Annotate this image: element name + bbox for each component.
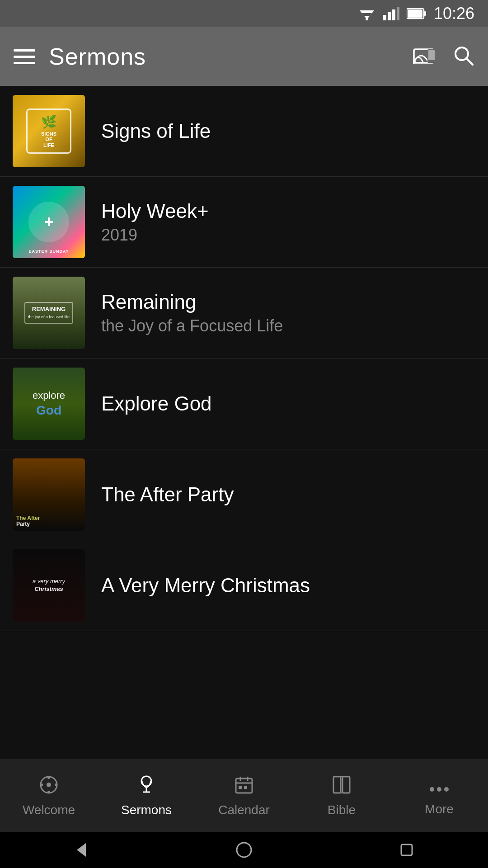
svg-point-19 — [47, 776, 50, 779]
sermon-title: Explore God — [101, 392, 475, 416]
svg-rect-6 — [392, 9, 395, 20]
svg-rect-7 — [397, 7, 399, 20]
sermon-thumbnail: + EASTER SUNDAY — [13, 186, 85, 258]
wifi-icon — [358, 7, 376, 20]
svg-point-18 — [47, 783, 51, 787]
status-bar: 10:26 — [0, 0, 488, 27]
calendar-icon — [234, 775, 254, 799]
recents-button[interactable] — [398, 841, 416, 859]
back-button[interactable] — [72, 841, 90, 859]
cast-button[interactable] — [413, 46, 436, 67]
svg-rect-14 — [428, 50, 435, 60]
nav-item-bible[interactable]: Bible — [293, 770, 390, 822]
page-title: Sermons — [49, 43, 146, 70]
sermon-thumbnail: explore God — [13, 368, 85, 440]
sermon-title: Holy Week+ — [101, 199, 475, 223]
svg-rect-43 — [401, 844, 412, 855]
svg-line-16 — [466, 58, 473, 65]
sermon-thumbnail: 🌿 SIGNSOFLIFE — [13, 95, 85, 167]
sermon-item[interactable]: REMAININGthe joy of a focused life Remai… — [0, 268, 488, 359]
svg-marker-41 — [77, 843, 86, 857]
svg-point-22 — [55, 783, 57, 786]
bottom-nav: Welcome Sermons Calendar — [0, 760, 488, 832]
sermon-info: The After Party — [101, 483, 475, 507]
sermon-item[interactable]: a very merryChristmas A Very Merry Chris… — [0, 540, 488, 631]
nav-item-welcome[interactable]: Welcome — [0, 770, 98, 822]
sermon-info: A Very Merry Christmas — [101, 574, 475, 598]
sermon-thumbnail: REMAININGthe joy of a focused life — [13, 277, 85, 349]
svg-rect-33 — [343, 777, 350, 793]
nav-item-calendar[interactable]: Calendar — [195, 770, 293, 822]
sermon-item[interactable]: explore God Explore God — [0, 359, 488, 449]
sermon-item[interactable]: + EASTER SUNDAY Holy Week+ 2019 — [0, 177, 488, 268]
sermon-info: Remaining the Joy of a Focused Life — [101, 290, 475, 336]
svg-rect-32 — [333, 777, 341, 793]
nav-item-sermons[interactable]: Sermons — [98, 770, 195, 822]
svg-point-21 — [40, 783, 43, 786]
svg-point-38 — [430, 787, 434, 792]
sermon-thumbnail: The AfterParty — [13, 458, 85, 531]
svg-point-40 — [444, 787, 449, 792]
nav-item-more[interactable]: More — [390, 771, 488, 821]
sermon-title: The After Party — [101, 483, 475, 507]
svg-point-39 — [437, 787, 441, 792]
home-button[interactable] — [235, 841, 253, 859]
svg-point-3 — [366, 18, 368, 20]
bible-icon — [332, 775, 352, 799]
svg-rect-10 — [408, 9, 422, 18]
nav-label-sermons: Sermons — [121, 803, 172, 817]
svg-rect-4 — [383, 15, 386, 20]
sermon-title: Remaining — [101, 290, 475, 314]
sermons-icon — [136, 775, 156, 799]
nav-label-calendar: Calendar — [218, 803, 270, 817]
sermon-item[interactable]: 🌿 SIGNSOFLIFE Signs of Life — [0, 86, 488, 177]
welcome-icon — [39, 775, 59, 799]
svg-point-20 — [47, 791, 50, 793]
sermon-info: Explore God — [101, 392, 475, 416]
svg-rect-31 — [244, 786, 247, 789]
menu-button[interactable] — [14, 49, 35, 64]
signal-icon — [383, 7, 399, 20]
system-nav-bar — [0, 832, 488, 868]
sermon-subtitle: the Joy of a Focused Life — [101, 316, 475, 335]
sermon-subtitle: 2019 — [101, 226, 475, 245]
status-time: 10:26 — [434, 4, 474, 23]
svg-rect-26 — [236, 778, 252, 793]
svg-rect-9 — [424, 11, 426, 16]
battery-icon — [407, 8, 427, 19]
sermon-title: Signs of Life — [101, 119, 475, 143]
nav-label-welcome: Welcome — [23, 803, 75, 817]
sermon-info: Holy Week+ 2019 — [101, 199, 475, 245]
svg-rect-5 — [388, 12, 391, 20]
svg-rect-30 — [239, 786, 242, 789]
nav-label-bible: Bible — [328, 803, 356, 817]
search-button[interactable] — [453, 45, 474, 68]
svg-point-42 — [237, 843, 251, 857]
sermon-title: A Very Merry Christmas — [101, 574, 475, 598]
sermon-info: Signs of Life — [101, 119, 475, 143]
sermon-thumbnail: a very merryChristmas — [13, 549, 85, 622]
app-header: Sermons — [0, 27, 488, 86]
more-icon — [429, 776, 449, 798]
sermon-list: 🌿 SIGNSOFLIFE Signs of Life + EASTER SUN… — [0, 86, 488, 740]
sermon-item[interactable]: The AfterParty The After Party — [0, 449, 488, 540]
nav-label-more: More — [425, 802, 454, 816]
